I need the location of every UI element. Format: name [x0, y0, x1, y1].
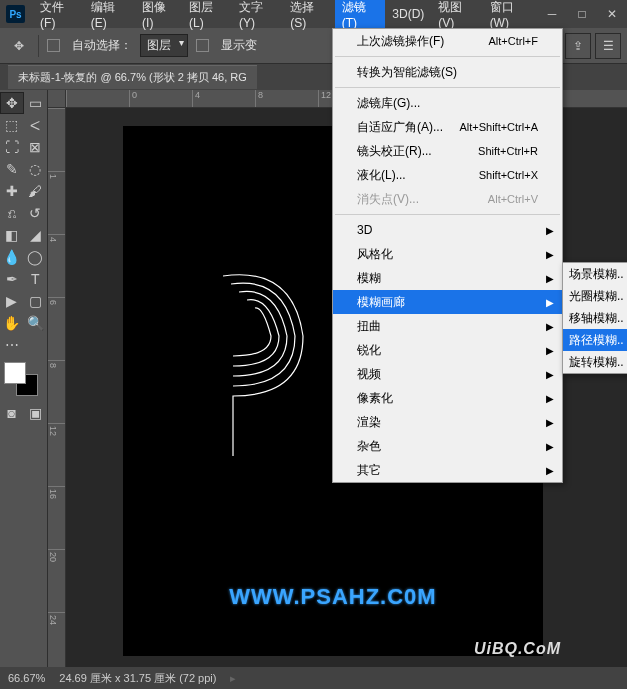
menu-filter[interactable]: 滤镜(T) [335, 0, 386, 28]
crop-tool[interactable]: ⛶ [0, 136, 24, 158]
menu-edit[interactable]: 编辑(E) [84, 0, 135, 28]
submenu-arrow-icon: ▶ [546, 345, 554, 356]
submenu-arrow-icon: ▶ [546, 249, 554, 260]
foreground-color-swatch[interactable] [4, 362, 26, 384]
close-button[interactable]: ✕ [597, 0, 627, 28]
menu-pixelate-sub[interactable]: 像素化▶ [333, 386, 562, 410]
menu-separator [335, 87, 560, 88]
menu-3d[interactable]: 3D(D) [385, 0, 431, 28]
menu-file[interactable]: 文件(F) [33, 0, 84, 28]
blur-tool[interactable]: 💧 [0, 246, 24, 268]
submenu-arrow-icon: ▶ [546, 465, 554, 476]
zoom-level[interactable]: 66.67% [8, 672, 45, 684]
hand-tool[interactable]: ✋ [0, 312, 24, 334]
menu-distort-sub[interactable]: 扭曲▶ [333, 314, 562, 338]
menu-sharpen-sub[interactable]: 锐化▶ [333, 338, 562, 362]
menu-layer[interactable]: 图层(L) [182, 0, 232, 28]
menu-last-filter[interactable]: 上次滤镜操作(F)Alt+Ctrl+F [333, 29, 562, 53]
show-transform-label: 显示变 [221, 37, 257, 54]
filter-menu-dropdown: 上次滤镜操作(F)Alt+Ctrl+F 转换为智能滤镜(S) 滤镜库(G)...… [332, 28, 563, 483]
move-tool[interactable]: ✥ [0, 92, 24, 114]
menu-separator [335, 56, 560, 57]
submenu-path-blur[interactable]: 路径模糊.. [563, 329, 627, 351]
menu-filter-gallery[interactable]: 滤镜库(G)... [333, 91, 562, 115]
menu-separator [335, 214, 560, 215]
document-tab[interactable]: 未标题-1-恢复的 @ 66.7% (形状 2 拷贝 46, RG [8, 65, 257, 89]
ruler-origin[interactable] [48, 90, 66, 108]
auto-select-label: 自动选择： [72, 37, 132, 54]
submenu-tilt-shift[interactable]: 移轴模糊.. [563, 307, 627, 329]
menu-liquify[interactable]: 液化(L)...Shift+Ctrl+X [333, 163, 562, 187]
edit-toolbar[interactable]: ⋯ [0, 334, 24, 356]
quick-mask-tool[interactable]: ◙ [0, 402, 24, 424]
menu-convert-smart[interactable]: 转换为智能滤镜(S) [333, 60, 562, 84]
ruler-vertical[interactable]: 14681216202428 [48, 108, 66, 667]
menu-other-sub[interactable]: 其它▶ [333, 458, 562, 482]
lasso-tool[interactable]: ⵦ [24, 114, 48, 136]
menu-lens-correction[interactable]: 镜头校正(R)...Shift+Ctrl+R [333, 139, 562, 163]
marquee-tool[interactable]: ⬚ [0, 114, 24, 136]
window-controls: ─ □ ✕ [537, 0, 627, 28]
submenu-arrow-icon: ▶ [546, 417, 554, 428]
history-brush-tool[interactable]: ↺ [24, 202, 48, 224]
menu-3d-sub[interactable]: 3D▶ [333, 218, 562, 242]
menu-vanishing-point[interactable]: 消失点(V)...Alt+Ctrl+V [333, 187, 562, 211]
tools-panel: ✥▭ ⬚ⵦ ⛶⊠ ✎◌ ✚🖌 ⎌↺ ◧◢ 💧◯ ✒T ▶▢ ✋🔍 ⋯ ◙▣ [0, 90, 48, 667]
brush-tool[interactable]: 🖌 [24, 180, 48, 202]
menu-type[interactable]: 文字(Y) [232, 0, 283, 28]
menu-noise-sub[interactable]: 杂色▶ [333, 434, 562, 458]
healing-tool[interactable]: ✚ [0, 180, 24, 202]
watermark-text: WWW.PSAHZ.C0M [229, 584, 436, 610]
pen-tool[interactable]: ✒ [0, 268, 24, 290]
auto-select-checkbox[interactable] [47, 39, 60, 52]
menu-select[interactable]: 选择(S) [283, 0, 334, 28]
dodge-tool[interactable]: ◯ [24, 246, 48, 268]
menu-view[interactable]: 视图(V) [431, 0, 482, 28]
path-select-tool[interactable]: ▶ [0, 290, 24, 312]
zoom-tool[interactable]: 🔍 [24, 312, 48, 334]
titlebar: Ps 文件(F) 编辑(E) 图像(I) 图层(L) 文字(Y) 选择(S) 滤… [0, 0, 627, 28]
menu-image[interactable]: 图像(I) [135, 0, 182, 28]
submenu-arrow-icon: ▶ [546, 393, 554, 404]
submenu-arrow-icon: ▶ [546, 321, 554, 332]
menu-render-sub[interactable]: 渲染▶ [333, 410, 562, 434]
menu-window[interactable]: 窗口(W) [483, 0, 537, 28]
status-bar: 66.67% 24.69 厘米 x 31.75 厘米 (72 ppi) ▸ [0, 667, 627, 689]
maximize-button[interactable]: □ [567, 0, 597, 28]
submenu-arrow-icon: ▶ [546, 441, 554, 452]
submenu-field-blur[interactable]: 场景模糊.. [563, 263, 627, 285]
menu-video-sub[interactable]: 视频▶ [333, 362, 562, 386]
move-tool-icon[interactable]: ✥ [8, 35, 30, 57]
quick-select-tool[interactable]: ◌ [24, 158, 48, 180]
submenu-spin-blur[interactable]: 旋转模糊.. [563, 351, 627, 373]
menu-blur-gallery-sub[interactable]: 模糊画廊▶ [333, 290, 562, 314]
show-transform-checkbox[interactable] [196, 39, 209, 52]
menu-adaptive-wide[interactable]: 自适应广角(A)...Alt+Shift+Ctrl+A [333, 115, 562, 139]
submenu-arrow-icon: ▶ [546, 369, 554, 380]
color-swatches[interactable] [4, 362, 38, 396]
share-icon[interactable]: ⇪ [565, 33, 591, 59]
minimize-button[interactable]: ─ [537, 0, 567, 28]
separator [38, 35, 39, 57]
gradient-tool[interactable]: ◢ [24, 224, 48, 246]
watermark-corner: UiBQ.CoM [474, 640, 561, 658]
frame-tool[interactable]: ⊠ [24, 136, 48, 158]
eyedropper-tool[interactable]: ✎ [0, 158, 24, 180]
clone-tool[interactable]: ⎌ [0, 202, 24, 224]
screen-mode-tool[interactable]: ▣ [24, 402, 48, 424]
submenu-arrow-icon: ▶ [546, 225, 554, 236]
panel-menu-icon[interactable]: ☰ [595, 33, 621, 59]
target-dropdown[interactable]: 图层 [140, 34, 188, 57]
menu-blur-sub[interactable]: 模糊▶ [333, 266, 562, 290]
status-arrow-icon[interactable]: ▸ [230, 672, 236, 685]
blur-gallery-submenu: 场景模糊.. 光圈模糊.. 移轴模糊.. 路径模糊.. 旋转模糊.. [562, 262, 627, 374]
submenu-iris-blur[interactable]: 光圈模糊.. [563, 285, 627, 307]
type-tool[interactable]: T [24, 268, 48, 290]
app-logo: Ps [6, 5, 25, 23]
submenu-arrow-icon: ▶ [546, 297, 554, 308]
menu-stylize-sub[interactable]: 风格化▶ [333, 242, 562, 266]
artboard-tool[interactable]: ▭ [24, 92, 47, 114]
document-dimensions: 24.69 厘米 x 31.75 厘米 (72 ppi) [59, 671, 216, 686]
eraser-tool[interactable]: ◧ [0, 224, 24, 246]
shape-tool[interactable]: ▢ [24, 290, 48, 312]
